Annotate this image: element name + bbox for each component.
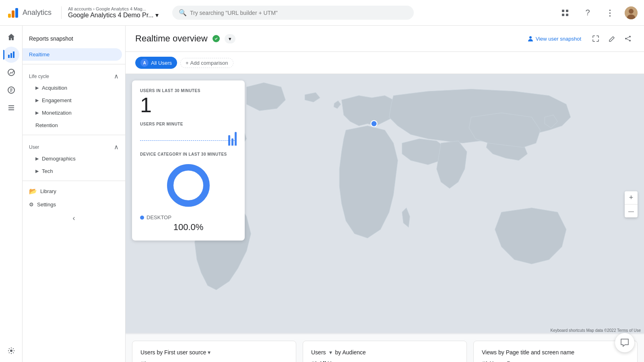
- map-controls: + —: [625, 191, 638, 217]
- page-title-card-title: Views by Page title and screen name: [482, 349, 629, 356]
- search-bar[interactable]: 🔍: [172, 6, 414, 20]
- svg-rect-17: [8, 109, 14, 110]
- top-header: Analytics All accounts › Google Analytic…: [0, 0, 644, 26]
- user-avatar[interactable]: [625, 6, 638, 19]
- first-user-source-title: Users by First user source ▾: [140, 349, 288, 356]
- person-icon: [527, 35, 534, 42]
- chevron-down-icon: ▾: [155, 11, 159, 19]
- svg-point-26: [175, 172, 202, 199]
- section-divider-user: [23, 135, 125, 135]
- share-icon-btn[interactable]: [621, 32, 634, 45]
- green-status-icon: [213, 35, 220, 42]
- plus-icon: +: [186, 60, 189, 66]
- search-area: 🔍: [172, 6, 414, 20]
- more-options-icon-btn[interactable]: ⋮: [602, 5, 618, 21]
- sidebar-library[interactable]: 📂 Library: [23, 184, 125, 198]
- svg-point-22: [629, 40, 631, 41]
- zoom-out-btn[interactable]: —: [625, 204, 638, 217]
- map-section: + — Keyboard shortcuts Map data ©2022 Te…: [126, 74, 644, 334]
- edit-icon-btn[interactable]: [605, 32, 618, 45]
- card2-rank: #1 All Users: [311, 360, 458, 362]
- advertising-icon: [7, 86, 15, 94]
- view-user-snapshot-btn[interactable]: View user snapshot: [522, 33, 586, 45]
- sidebar: Reports snapshot Realtime Life cycle ∧ ▶…: [23, 26, 126, 362]
- nav-explore-btn[interactable]: [3, 64, 19, 80]
- svg-point-8: [629, 9, 634, 14]
- status-badge: [213, 35, 220, 42]
- user-chip-avatar: A: [140, 59, 149, 67]
- page-title-card: Views by Page title and screen name #1 H…: [473, 341, 638, 362]
- explore-icon: [7, 68, 15, 76]
- sidebar-item-realtime[interactable]: Realtime: [23, 48, 122, 61]
- sidebar-item-retention[interactable]: Retention: [23, 119, 122, 132]
- sidebar-collapse-btn[interactable]: ‹: [23, 211, 125, 226]
- more-vert-icon: ⋮: [606, 8, 615, 18]
- sidebar-item-engagement[interactable]: ▶ Engagement: [23, 94, 122, 107]
- sidebar-item-demographics[interactable]: ▶ Demographics: [23, 152, 122, 165]
- edit-icon: [608, 35, 615, 42]
- fullscreen-icon: [592, 35, 599, 42]
- svg-rect-2: [15, 8, 18, 18]
- page-title: Realtime overview: [135, 33, 208, 44]
- account-selector[interactable]: All accounts › Google Analytics 4 Mag...…: [61, 6, 166, 19]
- chat-bubble-btn[interactable]: [615, 333, 634, 352]
- sidebar-item-acquisition[interactable]: ▶ Acquisition: [23, 82, 122, 94]
- lifecycle-chevron-up-icon: ∧: [114, 72, 119, 80]
- nav-configure-btn[interactable]: [3, 100, 19, 116]
- svg-rect-11: [10, 53, 12, 58]
- help-icon-btn[interactable]: ?: [580, 5, 596, 21]
- chat-icon: [620, 338, 629, 347]
- sidebar-item-tech[interactable]: ▶ Tech: [23, 165, 122, 177]
- card1-rank: #1 -: [140, 360, 288, 362]
- settings-icon: [7, 347, 15, 355]
- section-divider-bottom: [23, 181, 125, 181]
- title-users-dropdown-icon[interactable]: ▾: [329, 349, 332, 356]
- account-name[interactable]: Google Analytics 4 Demo Pr... ▾: [68, 11, 159, 19]
- realtime-dropdown[interactable]: ▾: [225, 34, 235, 43]
- tech-chevron-icon: ▶: [35, 169, 39, 174]
- sidebar-settings[interactable]: ⚙ Settings: [23, 198, 125, 211]
- main-content: Realtime overview ▾: [126, 26, 644, 362]
- sidebar-item-monetization[interactable]: ▶ Monetization: [23, 107, 122, 119]
- page-header: Realtime overview ▾: [126, 26, 644, 52]
- engagement-chevron-icon: ▶: [35, 98, 39, 103]
- donut-chart: [164, 161, 213, 210]
- help-icon: ?: [585, 8, 590, 17]
- nav-settings-btn[interactable]: [3, 343, 19, 359]
- content-area: + — Keyboard shortcuts Map data ©2022 Te…: [126, 74, 644, 362]
- nav-home-btn[interactable]: [3, 29, 19, 45]
- lifecycle-section[interactable]: Life cycle ∧: [23, 68, 125, 82]
- svg-rect-4: [566, 10, 568, 12]
- bottom-cards: Users by First user source ▾ #1 - No dat…: [126, 334, 644, 362]
- users-per-min-label: USERS PER MINUTE: [140, 122, 237, 126]
- users-30min-count: 1: [140, 95, 237, 115]
- users-overlay-card: USERS IN LAST 30 MINUTES 1 USERS PER MIN…: [132, 80, 245, 241]
- title-dropdown-icon[interactable]: ▾: [208, 349, 211, 356]
- desktop-legend-dot: [140, 216, 144, 220]
- svg-point-19: [529, 36, 532, 39]
- apps-icon-btn[interactable]: [557, 5, 573, 21]
- svg-rect-1: [12, 10, 14, 18]
- map-attribution: Keyboard shortcuts Map data ©2022 Terms …: [550, 328, 641, 333]
- header-actions: ? ⋮: [557, 5, 638, 21]
- dropdown-chevron-icon: ▾: [229, 36, 231, 42]
- svg-point-20: [629, 36, 631, 37]
- library-icon: 📂: [29, 187, 37, 195]
- section-divider-lifecycle: [23, 64, 125, 64]
- all-users-chip[interactable]: A All Users: [135, 57, 177, 69]
- svg-rect-15: [8, 105, 14, 106]
- svg-point-18: [10, 350, 12, 352]
- nav-advertising-btn[interactable]: [3, 82, 19, 98]
- user-section[interactable]: User ∧: [23, 138, 125, 152]
- audience-card: Users ▾ by Audience #1 All Users 1 100%: [303, 341, 467, 362]
- share-icon: [624, 35, 632, 42]
- home-icon: [7, 33, 15, 41]
- add-comparison-btn[interactable]: + Add comparison: [180, 58, 233, 68]
- search-input[interactable]: [190, 10, 407, 16]
- zoom-in-btn[interactable]: +: [625, 191, 638, 204]
- expand-icon-btn[interactable]: [589, 32, 602, 45]
- nav-reports-btn[interactable]: [3, 47, 19, 63]
- settings-gear-icon: ⚙: [29, 202, 34, 208]
- svg-rect-6: [566, 14, 568, 16]
- donut-legend: DESKTOP: [140, 214, 237, 220]
